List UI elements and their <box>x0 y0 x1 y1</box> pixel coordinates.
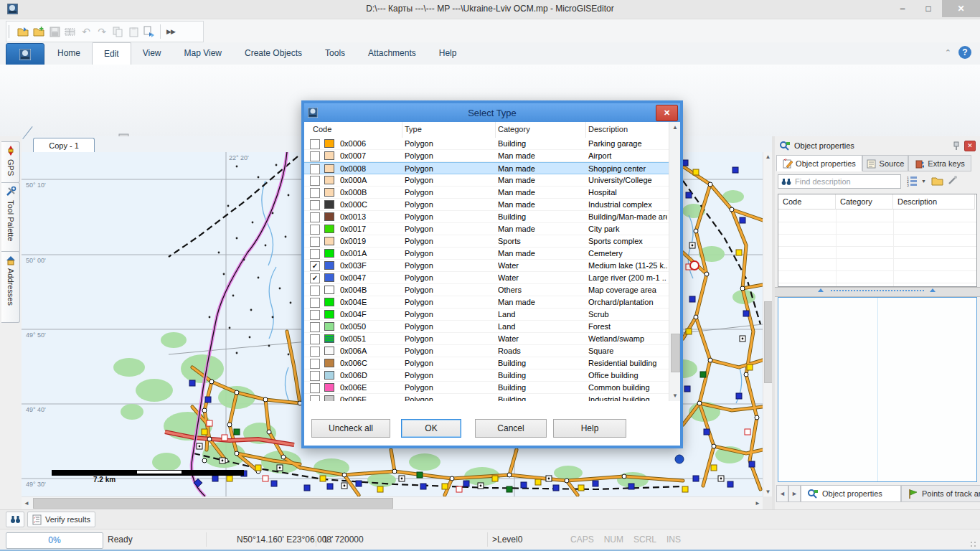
dialog-close-button[interactable]: ✕ <box>656 105 678 121</box>
scroll-left-icon[interactable]: ◄ <box>24 500 29 507</box>
row-checkbox[interactable] <box>310 212 320 222</box>
map-horizontal-scrollbar[interactable]: ◄ ► <box>22 496 763 509</box>
cancel-button[interactable]: Cancel <box>475 419 547 438</box>
map-document-tab[interactable]: Copy - 1 <box>33 138 95 153</box>
sort-dropdown-icon[interactable]: ▼ <box>921 179 926 184</box>
resize-grip[interactable] <box>970 541 977 548</box>
tab-help[interactable]: Help <box>428 42 468 65</box>
type-row-0x003F[interactable]: ✓0x003FPolygonWaterMedium lake (11-25 k.… <box>304 260 669 272</box>
panel-tab-extra-keys[interactable]: Extra keys <box>908 155 971 171</box>
type-row-0x000A[interactable]: 0x000APolygonMan madeUniversity/College <box>304 174 669 187</box>
bottom-tab-object-properties[interactable]: Object properties <box>801 485 901 502</box>
properties-column-description[interactable]: Description <box>893 194 975 209</box>
sort-list-icon[interactable]: 123 <box>907 175 918 187</box>
properties-detail-area[interactable] <box>778 297 977 482</box>
type-row-0x0013[interactable]: 0x0013PolygonBuildingBuilding/Man-made a… <box>304 211 669 223</box>
column-header-type[interactable]: Type <box>405 125 422 133</box>
panel-tab-object-properties[interactable]: Object properties <box>776 155 862 171</box>
row-checkbox[interactable] <box>310 310 320 320</box>
verify-results-tab[interactable]: ✓✓ Verify results <box>27 512 95 527</box>
panel-tab-source[interactable]: Source <box>862 155 908 171</box>
application-button[interactable] <box>6 43 44 66</box>
column-header-category[interactable]: Category <box>498 125 530 133</box>
row-checkbox[interactable] <box>310 225 320 235</box>
help-icon[interactable]: ? <box>958 46 971 59</box>
properties-table[interactable]: CodeCategoryDescription <box>778 194 977 287</box>
tab-map-view[interactable]: Map View <box>173 42 233 65</box>
row-checkbox[interactable] <box>310 383 320 393</box>
rail-tab-addresses[interactable]: Addresses <box>1 251 20 323</box>
scroll-right-icon[interactable]: ► <box>755 500 760 507</box>
add-file-icon[interactable] <box>31 24 47 39</box>
folder-icon[interactable] <box>931 175 943 186</box>
type-row-0x0017[interactable]: 0x0017PolygonMan madeCity park <box>304 223 669 235</box>
type-row-0x0008[interactable]: 0x0008PolygonMan madeShopping center <box>304 162 669 174</box>
tab-create-objects[interactable]: Create Objects <box>233 42 314 65</box>
row-checkbox[interactable] <box>310 200 320 210</box>
row-checkbox[interactable] <box>310 371 320 381</box>
tab-scroll-left-icon[interactable]: ◄ <box>776 485 788 502</box>
row-checkbox[interactable] <box>310 395 320 401</box>
type-row-0x001A[interactable]: 0x001APolygonMan madeCemetery <box>304 248 669 260</box>
type-row-0x0006[interactable]: 0x0006PolygonBuildingParking garage <box>304 138 669 150</box>
row-checkbox[interactable] <box>310 176 320 186</box>
uncheck-all-button[interactable]: Uncheck all <box>311 419 390 438</box>
paste-icon[interactable] <box>126 24 141 39</box>
close-button[interactable]: ✕ <box>942 0 980 17</box>
type-row-0x0047[interactable]: ✓0x0047PolygonWaterLarge river (200 m-1 … <box>304 272 669 284</box>
type-row-0x006A[interactable]: 0x006APolygonRoadsSquare <box>304 345 669 357</box>
redo-icon[interactable]: ↷ <box>94 24 110 39</box>
type-row-0x006D[interactable]: 0x006DPolygonBuildingOffice building <box>304 369 669 382</box>
more-toolbar-icon[interactable]: ▶▶ <box>164 28 178 35</box>
help-button[interactable]: Help <box>553 419 626 438</box>
tab-attachments[interactable]: Attachments <box>357 42 428 65</box>
save-icon[interactable] <box>47 24 62 39</box>
row-checkbox[interactable] <box>310 298 320 308</box>
row-checkbox[interactable] <box>310 237 320 247</box>
row-checkbox[interactable] <box>310 347 320 357</box>
properties-column-category[interactable]: Category <box>836 194 893 209</box>
undo-icon[interactable]: ↶ <box>78 24 94 39</box>
tab-tools[interactable]: Tools <box>314 42 357 65</box>
rail-tab-tool-palette[interactable]: Tool Palette <box>1 182 20 253</box>
tab-scroll-right-icon[interactable]: ► <box>788 485 801 502</box>
wand-icon[interactable] <box>947 175 958 186</box>
row-checkbox[interactable] <box>310 188 320 198</box>
row-checkbox[interactable] <box>310 151 320 161</box>
open-file-icon[interactable] <box>15 24 31 39</box>
copy-icon[interactable] <box>110 24 126 39</box>
row-checkbox[interactable] <box>310 334 320 344</box>
type-list-header[interactable]: CodeTypeCategoryDescription <box>304 122 669 138</box>
type-row-0x0051[interactable]: 0x0051PolygonWaterWetland/swamp <box>304 333 669 345</box>
grid-icon[interactable] <box>62 24 78 39</box>
bottom-tab-points-of-track-and[interactable]: Points of track and <box>901 485 980 502</box>
find-description-input[interactable]: Find description <box>778 174 901 189</box>
map-vertical-scrollbar[interactable]: ▲ ▼ <box>763 152 773 496</box>
minimize-button[interactable]: – <box>891 0 914 17</box>
column-header-code[interactable]: Code <box>313 125 331 133</box>
type-row-0x006F[interactable]: 0x006FPolygonBuildingIndustrial building <box>304 394 669 401</box>
panel-horizontal-splitter[interactable] <box>775 287 980 297</box>
row-checkbox[interactable] <box>310 164 320 174</box>
row-checkbox[interactable] <box>310 322 320 332</box>
type-row-0x000C[interactable]: 0x000CPolygonMan madeIndustrial complex <box>304 199 669 211</box>
type-row-0x0050[interactable]: 0x0050PolygonLandForest <box>304 321 669 333</box>
maximize-button[interactable]: □ <box>917 0 940 17</box>
row-checkbox[interactable] <box>310 139 320 149</box>
export-icon[interactable] <box>141 24 157 39</box>
type-row-0x0007[interactable]: 0x0007PolygonMan madeAirport <box>304 150 669 162</box>
row-checkbox[interactable] <box>310 359 320 369</box>
panel-close-icon[interactable]: ✕ <box>964 141 976 151</box>
type-row-0x0019[interactable]: 0x0019PolygonSportsSports complex <box>304 235 669 248</box>
pin-icon[interactable] <box>952 141 961 151</box>
row-checkbox[interactable]: ✓ <box>310 273 320 283</box>
type-row-0x004B[interactable]: 0x004BPolygonOthersMap coverage area <box>304 284 669 296</box>
rail-tab-gps[interactable]: GPS <box>1 141 20 183</box>
dialog-vertical-scrollbar[interactable]: ▲ ▼ <box>669 122 680 401</box>
tab-view[interactable]: View <box>131 42 173 65</box>
scroll-up-icon[interactable]: ▲ <box>669 124 680 131</box>
tab-home[interactable]: Home <box>46 42 92 65</box>
row-checkbox[interactable] <box>310 286 320 296</box>
tab-edit[interactable]: Edit <box>92 42 131 65</box>
scroll-down-icon[interactable]: ▼ <box>669 392 680 399</box>
